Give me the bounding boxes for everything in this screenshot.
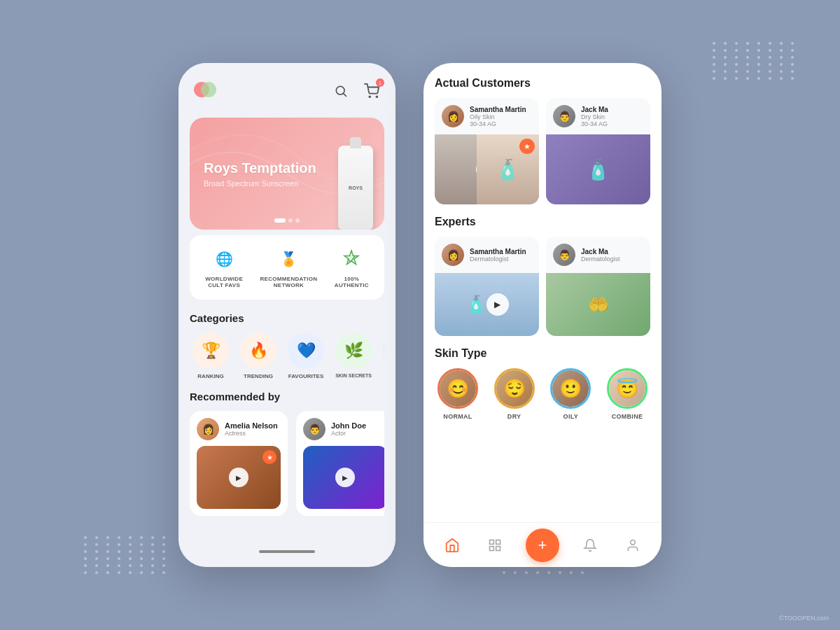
svg-point-4 bbox=[369, 96, 370, 97]
customer-age-1: 30-34 AG bbox=[470, 120, 526, 127]
cart-button[interactable]: 1 bbox=[362, 81, 382, 101]
categories-title: Categories bbox=[190, 312, 384, 324]
customer-card-2[interactable]: 👨 Jack Ma Dry Skin 30-34 AG 🧴 bbox=[546, 98, 650, 204]
expert-info-2: 👨 Jack Ma Dermatologist bbox=[546, 237, 650, 273]
expert-info-1: 👩 Samantha Martin Dermatologist bbox=[435, 237, 539, 273]
play-btn-expert-1[interactable]: ▶ bbox=[486, 293, 509, 316]
rec-avatar-2: 👨 bbox=[303, 418, 326, 440]
skin-oily[interactable]: 🙂 OILY bbox=[550, 368, 591, 420]
customer-name-1: Samantha Martin bbox=[470, 106, 526, 113]
actual-customers-title: Actual Customers bbox=[435, 77, 650, 90]
expert-video-1[interactable]: 🧴 ▶ bbox=[435, 273, 539, 336]
skin-normal[interactable]: 😊 NORMAL bbox=[438, 368, 478, 420]
expert-avatar-1: 👩 bbox=[442, 244, 464, 266]
feature-recommendation[interactable]: 🏅 RECOMMENDATIONNETWORK bbox=[260, 246, 318, 288]
experts-grid: 👩 Samantha Martin Dermatologist 🧴 ▶ bbox=[435, 237, 650, 336]
categories-row: 🏆 RANKING 🔥 TRENDING 💙 FAVOURITES 🌿 SKIN… bbox=[190, 332, 384, 379]
app-logo[interactable] bbox=[192, 77, 218, 105]
expert-card-2[interactable]: 👨 Jack Ma Dermatologist 🤲 bbox=[546, 237, 650, 336]
recommendation-icon: 🏅 bbox=[276, 246, 301, 272]
skin-circle-oily: 🙂 bbox=[550, 368, 591, 409]
customer-video-1[interactable]: 🧴 ▶ ★ bbox=[435, 134, 539, 204]
trending-icon: 🔥 bbox=[240, 332, 276, 369]
customer-skin-2: Dry Skin bbox=[581, 113, 608, 120]
svg-rect-8 bbox=[490, 546, 494, 550]
add-icon: + bbox=[538, 536, 547, 554]
rec-video-2[interactable]: ▶ bbox=[303, 446, 384, 509]
play-button-2[interactable]: ▶ bbox=[335, 468, 355, 487]
search-button[interactable] bbox=[331, 81, 351, 101]
header-icons: 1 bbox=[331, 81, 382, 101]
expert-role-2: Dermatologist bbox=[581, 255, 620, 262]
hero-banner[interactable]: Roys Temptation Broad Spectrum Sunscreen… bbox=[190, 118, 384, 230]
svg-rect-7 bbox=[496, 540, 500, 544]
rec-card-1[interactable]: 👩 Amelia Nelson Actress ▶ ★ bbox=[190, 411, 288, 516]
category-sa[interactable]: 💜 SA... bbox=[380, 332, 384, 379]
rec-role-2: Actor bbox=[331, 430, 366, 437]
rec-person-1: 👩 Amelia Nelson Actress bbox=[197, 418, 281, 440]
expert-video-2[interactable]: 🤲 bbox=[546, 273, 650, 336]
expert-role-1: Dermatologist bbox=[470, 255, 526, 262]
watermark: ©TOOOPEN.com bbox=[779, 615, 829, 622]
nav-add-button[interactable]: + bbox=[526, 528, 559, 562]
skin-circle-dry: 😌 bbox=[494, 368, 535, 409]
svg-point-5 bbox=[376, 96, 377, 97]
nav-grid-button[interactable] bbox=[482, 533, 507, 558]
rec-video-1[interactable]: ▶ ★ bbox=[197, 446, 281, 509]
skin-label-normal: NORMAL bbox=[443, 413, 472, 420]
customer-video-2[interactable]: 🧴 bbox=[546, 134, 650, 204]
svg-line-3 bbox=[344, 94, 346, 97]
bottom-nav: + bbox=[424, 522, 662, 567]
rec-card-2[interactable]: 👨 John Doe Actor ▶ bbox=[296, 411, 384, 516]
expert-name-1: Samantha Martin bbox=[470, 248, 526, 255]
product-bottle: ROYS bbox=[338, 146, 373, 230]
skin-face-dry: 😌 bbox=[496, 370, 533, 407]
customer-avatar-1: 👩 bbox=[442, 105, 464, 127]
features-row: 🌐 WORLDWIDECULT FAVS 🏅 RECOMMENDATIONNET… bbox=[190, 235, 384, 300]
skin-face-oily: 🙂 bbox=[552, 370, 589, 407]
feature-authentic[interactable]: 100%AUTHENTIC bbox=[335, 246, 369, 288]
banner-product: ROYS bbox=[338, 139, 373, 230]
skin-type-row: 😊 NORMAL 😌 DRY bbox=[435, 368, 650, 420]
customer-card-1[interactable]: 👩 Samantha Martin Oily Skin 30-34 AG 🧴 bbox=[435, 98, 539, 204]
experts-title: Experts bbox=[435, 216, 650, 228]
customer-name-2: Jack Ma bbox=[581, 106, 608, 113]
skin-circle-combine: 😇 bbox=[607, 368, 648, 409]
category-ranking[interactable]: 🏆 RANKING bbox=[190, 332, 232, 379]
banner-subtitle: Broad Spectrum Sunscreen bbox=[204, 179, 316, 188]
dots-decoration-top-right: for(let i=0;i<48;i++) document.write('<d… bbox=[713, 42, 798, 80]
authentic-label: 100%AUTHENTIC bbox=[335, 276, 369, 288]
trending-label: TRENDING bbox=[244, 373, 273, 379]
customers-grid: 👩 Samantha Martin Oily Skin 30-34 AG 🧴 bbox=[435, 98, 650, 204]
favourites-label: FAVOURITES bbox=[288, 373, 324, 379]
skin-face-normal: 😊 bbox=[440, 370, 476, 407]
skin-type-title: Skin Type bbox=[435, 347, 650, 360]
svg-point-1 bbox=[201, 82, 216, 97]
worldwide-label: WORLDWIDECULT FAVS bbox=[205, 276, 243, 288]
nav-home-button[interactable] bbox=[440, 533, 465, 558]
svg-rect-6 bbox=[490, 540, 494, 544]
rec-name-2: John Doe bbox=[331, 421, 366, 430]
nav-profile-button[interactable] bbox=[620, 533, 645, 558]
category-favourites[interactable]: 💙 FAVOURITES bbox=[285, 332, 327, 379]
nav-bell-button[interactable] bbox=[578, 533, 603, 558]
favourites-icon: 💙 bbox=[288, 332, 324, 369]
customer-skin-1: Oily Skin bbox=[470, 113, 526, 120]
category-trending[interactable]: 🔥 TRENDING bbox=[237, 332, 279, 379]
rec-role-1: Actress bbox=[225, 430, 278, 437]
feature-worldwide[interactable]: 🌐 WORLDWIDECULT FAVS bbox=[205, 246, 243, 288]
rec-avatar-1: 👩 bbox=[197, 418, 219, 440]
skin-secrets-label: SKIN SECRETS bbox=[335, 373, 372, 378]
recommended-section: Recommended by 👩 Amelia Nelson Actress bbox=[178, 384, 396, 520]
expert-card-1[interactable]: 👩 Samantha Martin Dermatologist 🧴 ▶ bbox=[435, 237, 539, 336]
right-phone: Actual Customers 👩 Samantha Martin Oily … bbox=[424, 63, 662, 567]
svg-rect-9 bbox=[496, 546, 500, 550]
categories-section: Categories 🏆 RANKING 🔥 TRENDING 💙 FAVOUR… bbox=[178, 305, 396, 384]
category-skin-secrets[interactable]: 🌿 SKIN SECRETS bbox=[332, 332, 374, 379]
skin-label-oily: OILY bbox=[564, 413, 578, 420]
recommended-title: Recommended by bbox=[190, 391, 384, 402]
rec-person-2: 👨 John Doe Actor bbox=[303, 418, 384, 440]
play-button-1[interactable]: ▶ bbox=[229, 468, 248, 487]
skin-combine[interactable]: 😇 COMBINE bbox=[607, 368, 648, 420]
skin-dry[interactable]: 😌 DRY bbox=[494, 368, 535, 420]
